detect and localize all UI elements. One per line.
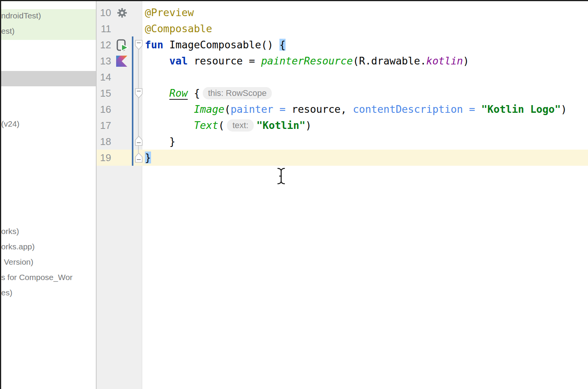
fold-end-marker[interactable] — [135, 135, 143, 146]
kotlin-file-icon[interactable] — [116, 56, 127, 68]
code-line-10[interactable]: @Preview — [145, 5, 194, 21]
line-number-17: 17 — [97, 117, 111, 134]
code-token — [145, 103, 194, 115]
code-token: painterResource — [261, 55, 353, 67]
line-number-15: 15 — [97, 85, 111, 101]
code-token: "Kotlin" — [256, 119, 305, 131]
inlay-hint[interactable]: this: RowScope — [203, 87, 272, 99]
project-tree-panel: ndroidTest) est) (v24) orks) orks.app) V… — [1, 1, 96, 389]
code-token: ) — [463, 55, 469, 67]
tree-item-es[interactable]: es) — [1, 285, 96, 300]
code-token: } — [145, 152, 151, 163]
code-line-19[interactable]: } — [145, 150, 151, 166]
fold-end-marker[interactable] — [135, 152, 143, 163]
window-left-edge — [0, 0, 1, 389]
line-number-13: 13 — [97, 53, 111, 69]
code-line-13[interactable]: val resource = painterResource(R.drawabl… — [145, 53, 469, 69]
tree-item-version[interactable]: Version) — [4, 254, 99, 270]
tree-item-works-app[interactable]: orks.app) — [1, 239, 96, 254]
code-token: val — [169, 55, 188, 67]
code-token: { — [279, 39, 286, 51]
code-token: ImageComposable() — [163, 39, 279, 51]
fold-collapse-marker[interactable] — [135, 88, 143, 99]
ide-window: ndroidTest) est) (v24) orks) orks.app) V… — [0, 0, 588, 389]
code-token — [145, 119, 194, 131]
code-token: @Preview — [145, 7, 194, 18]
line-number-16: 16 — [97, 101, 111, 117]
tree-item-test[interactable]: est) — [1, 23, 96, 39]
fold-collapse-marker[interactable] — [135, 40, 143, 50]
line-number-19: 19 — [97, 150, 111, 166]
tree-inactive-selection — [0, 71, 96, 86]
code-token: ( — [218, 119, 224, 131]
code-token: "Kotlin Logo" — [481, 103, 561, 115]
vcs-changed-lines-stripe[interactable] — [132, 36, 133, 166]
line-number-12: 12 — [97, 37, 111, 53]
tree-item-works[interactable]: orks) — [1, 224, 96, 239]
code-line-12[interactable]: fun ImageComposable() { — [145, 37, 286, 53]
code-line-18[interactable]: } — [145, 134, 176, 150]
code-line-17[interactable]: Text(text:"Kotlin") — [145, 117, 312, 134]
tree-item-androidtest[interactable]: ndroidTest) — [1, 8, 96, 23]
code-token: Image — [194, 103, 225, 115]
line-number-18: 18 — [97, 134, 111, 150]
code-token: { — [188, 87, 200, 99]
current-line-highlight — [97, 150, 588, 166]
line-number-14: 14 — [97, 69, 111, 85]
tree-item-compose-works[interactable]: s for Compose_Wor — [1, 270, 96, 285]
line-number-11: 11 — [97, 21, 111, 37]
code-token: ( — [224, 103, 230, 115]
inlay-hint[interactable]: text: — [227, 119, 254, 132]
code-line-11[interactable]: @Composable — [145, 21, 212, 37]
code-line-16[interactable]: Image(painter = resource, contentDescrip… — [145, 101, 567, 117]
code-token: (R.drawable. — [353, 55, 426, 67]
code-token: fun — [145, 39, 163, 51]
code-token: painter = — [230, 103, 292, 115]
code-token: Text — [194, 119, 218, 131]
window-top-edge — [0, 0, 588, 1]
code-token: resource = — [188, 55, 261, 67]
tree-item-v24[interactable]: (v24) — [1, 116, 96, 132]
gear-icon[interactable] — [117, 8, 127, 20]
code-token — [145, 55, 169, 67]
code-token: contentDescription = — [353, 103, 481, 115]
code-token: ) — [305, 119, 312, 131]
code-token: resource, — [292, 103, 353, 115]
code-token: ) — [561, 103, 567, 115]
code-token — [145, 87, 169, 99]
code-token: kotlin — [426, 55, 463, 67]
code-token: } — [145, 135, 176, 147]
code-token: @Composable — [145, 23, 212, 35]
code-line-15[interactable]: Row {this: RowScope — [145, 85, 274, 101]
line-number-10: 10 — [97, 5, 111, 21]
run-preview-icon[interactable] — [116, 39, 128, 54]
code-token: Row — [169, 87, 188, 99]
text-ibeam-cursor — [277, 167, 286, 186]
